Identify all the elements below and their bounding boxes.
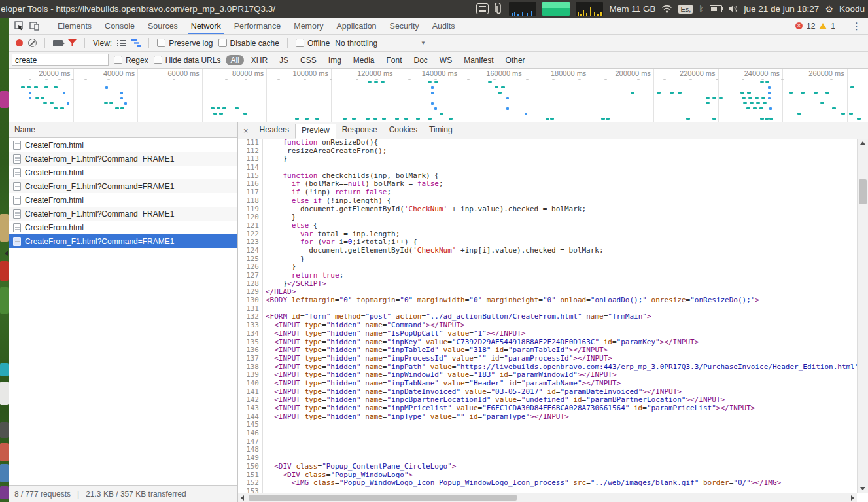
error-badge-icon[interactable]: × bbox=[795, 22, 803, 29]
timeline-activity-dot bbox=[761, 97, 765, 99]
battery-icon[interactable] bbox=[710, 5, 722, 12]
name-column-header[interactable]: Name bbox=[9, 122, 237, 138]
error-count[interactable]: 12 bbox=[807, 22, 815, 31]
timeline-activity-dot bbox=[830, 79, 833, 80]
tab-application[interactable]: Application bbox=[330, 18, 383, 34]
network-overview-timeline[interactable]: 20000 ms40000 ms60000 ms80000 ms100000 m… bbox=[9, 69, 868, 122]
view-waterfall-icon[interactable] bbox=[131, 39, 141, 47]
session-gear-icon[interactable]: ⚙ bbox=[825, 4, 833, 14]
filter-pill-all[interactable]: All bbox=[226, 55, 243, 65]
request-name: CreateFrom_F1.html?Command=FRAME1 bbox=[25, 154, 174, 164]
timeline-activity-dot bbox=[769, 107, 772, 110]
table-row[interactable]: CreateFrom_F1.html?Command=FRAME1 bbox=[9, 207, 237, 221]
chevron-down-icon[interactable]: ▼ bbox=[421, 40, 426, 46]
table-row[interactable]: CreateFrom_F1.html?Command=FRAME1 bbox=[9, 152, 237, 166]
warning-count[interactable]: 1 bbox=[831, 22, 835, 31]
filter-funnel-icon[interactable] bbox=[68, 39, 77, 46]
table-row[interactable]: CreateFrom.html bbox=[9, 221, 237, 234]
detail-tab-cookies[interactable]: Cookies bbox=[383, 124, 423, 139]
code-line: 128 }</SCRIPT> bbox=[238, 280, 857, 289]
timeline-activity-dot bbox=[245, 79, 247, 80]
scroll-up-icon[interactable] bbox=[860, 141, 865, 145]
memory-indicator-label[interactable]: Mem 11 GB bbox=[609, 4, 655, 14]
device-toolbar-icon[interactable] bbox=[29, 22, 40, 31]
hide-data-urls-checkbox[interactable]: Hide data URLs bbox=[154, 56, 221, 65]
tab-console[interactable]: Console bbox=[98, 18, 141, 34]
launcher-hide-arrow-icon[interactable] bbox=[5, 251, 8, 256]
table-row[interactable]: CreateFrom.html bbox=[9, 193, 237, 207]
wifi-icon[interactable] bbox=[661, 5, 672, 13]
filter-pill-css[interactable]: CSS bbox=[296, 55, 321, 65]
horizontal-scroll-thumb[interactable] bbox=[249, 495, 517, 501]
timeline-activity-dot bbox=[742, 97, 746, 99]
vertical-scrollbar[interactable] bbox=[857, 139, 868, 493]
table-row[interactable]: CreateFrom_F1.html?Command=FRAME1 bbox=[9, 179, 237, 193]
timeline-activity-dot bbox=[440, 113, 443, 115]
bluetooth-icon[interactable]: ᛒ bbox=[699, 5, 703, 14]
network-filterbar: Regex Hide data URLs AllXHRJSCSSImgMedia… bbox=[9, 52, 868, 69]
regex-checkbox[interactable]: Regex bbox=[114, 56, 148, 65]
filter-input[interactable] bbox=[12, 54, 109, 66]
tab-performance[interactable]: Performance bbox=[228, 18, 288, 34]
tab-sources[interactable]: Sources bbox=[141, 18, 184, 34]
tab-memory[interactable]: Memory bbox=[287, 18, 330, 34]
scroll-right-icon[interactable] bbox=[851, 495, 854, 501]
scroll-left-icon[interactable] bbox=[241, 495, 244, 501]
table-row[interactable]: CreateFrom.html bbox=[9, 166, 237, 179]
filter-pill-other[interactable]: Other bbox=[501, 55, 530, 65]
view-list-icon[interactable] bbox=[117, 39, 126, 47]
filter-pill-font[interactable]: Font bbox=[382, 55, 407, 65]
table-row[interactable]: CreateFrom.html bbox=[9, 138, 237, 152]
username-label[interactable]: Koodu bbox=[839, 4, 865, 14]
capture-screenshots-icon[interactable] bbox=[53, 40, 63, 46]
memory-graph-widget[interactable] bbox=[542, 2, 570, 16]
timeline-activity-dot bbox=[765, 81, 769, 83]
table-row[interactable]: CreateFrom_F1.html?Command=FRAME1 bbox=[9, 234, 237, 248]
filter-pill-xhr[interactable]: XHR bbox=[247, 55, 272, 65]
filter-pill-ws[interactable]: WS bbox=[435, 55, 457, 65]
close-icon[interactable]: × bbox=[238, 126, 254, 135]
filter-pill-media[interactable]: Media bbox=[349, 55, 379, 65]
preserve-log-checkbox[interactable]: Preserve log bbox=[157, 39, 213, 48]
detail-tab-headers[interactable]: Headers bbox=[254, 124, 295, 139]
filter-pill-img[interactable]: Img bbox=[324, 55, 346, 65]
timeline-activity-dot bbox=[706, 97, 710, 99]
devtools-menu-kebab-icon[interactable]: ⋮ bbox=[849, 20, 864, 32]
detail-tab-preview[interactable]: Preview bbox=[295, 124, 336, 139]
disable-cache-checkbox[interactable]: Disable cache bbox=[218, 39, 279, 48]
detail-tab-timing[interactable]: Timing bbox=[423, 124, 459, 139]
timeline-activity-dot bbox=[849, 113, 853, 115]
tab-elements[interactable]: Elements bbox=[51, 18, 98, 34]
timeline-activity-dot bbox=[670, 92, 674, 94]
preview-code-viewer[interactable]: 111 function onResizeDo(){112 resizeArea… bbox=[238, 139, 857, 493]
record-network-log-button[interactable] bbox=[16, 39, 23, 46]
network-graph-widget[interactable] bbox=[576, 2, 603, 16]
tab-audits[interactable]: Audits bbox=[426, 18, 462, 34]
keyboard-layout-indicator[interactable]: Es, bbox=[678, 5, 693, 14]
filter-pill-js[interactable]: JS bbox=[275, 55, 293, 65]
cpu-graph-widget[interactable] bbox=[509, 2, 536, 16]
tab-network[interactable]: Network bbox=[184, 18, 228, 34]
timeline-activity-dot bbox=[84, 79, 87, 80]
scroll-down-icon[interactable] bbox=[860, 487, 865, 490]
offline-checkbox[interactable]: Offline bbox=[296, 39, 330, 48]
timeline-activity-dot bbox=[449, 118, 453, 120]
warning-badge-icon[interactable] bbox=[819, 23, 827, 29]
timeline-activity-dot bbox=[35, 97, 39, 99]
filter-pill-manifest[interactable]: Manifest bbox=[459, 55, 498, 65]
tab-security[interactable]: Security bbox=[383, 18, 426, 34]
horizontal-scrollbar[interactable] bbox=[238, 493, 857, 502]
clear-network-log-button[interactable] bbox=[28, 39, 37, 47]
indicator-list-icon[interactable] bbox=[476, 3, 489, 14]
throttling-dropdown[interactable]: No throttling bbox=[335, 39, 377, 48]
request-name: CreateFrom_F1.html?Command=FRAME1 bbox=[25, 237, 174, 246]
inspect-element-icon[interactable] bbox=[14, 21, 24, 31]
timeline-activity-dot bbox=[104, 102, 108, 104]
detail-tab-response[interactable]: Response bbox=[336, 124, 383, 139]
filter-pill-doc[interactable]: Doc bbox=[409, 55, 432, 65]
volume-icon[interactable] bbox=[728, 5, 738, 13]
timeline-activity-dot bbox=[21, 86, 25, 88]
paperclip-icon[interactable] bbox=[495, 3, 503, 15]
clock-label[interactable]: jue 21 de jun 18:27 bbox=[744, 4, 820, 14]
vertical-scroll-thumb[interactable] bbox=[859, 179, 867, 204]
